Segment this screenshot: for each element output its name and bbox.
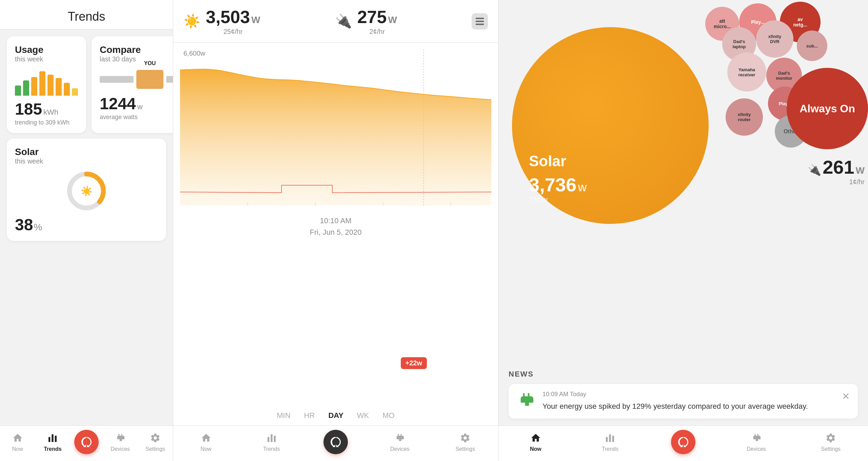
left-panel-title: Trends <box>0 0 173 30</box>
solar-bubble-label: Solar <box>529 153 566 170</box>
left-cards: Usage this week 185 kWh trending to 309 <box>0 30 173 461</box>
solar-watts-middle: 3,503 <box>206 7 250 27</box>
solar-bubble-rate: 27¢/hr <box>529 196 548 204</box>
solar-rate-middle: 25¢/hr <box>206 28 260 36</box>
readout-plug-emoji: 🔌 <box>808 164 821 176</box>
compare-card[interactable]: Compare last 30 days YOU 1244 w average … <box>92 36 173 133</box>
bubble-xfinity-router[interactable]: xfinityrouter <box>726 98 763 136</box>
home-icon-middle <box>200 432 212 444</box>
time-range-hr[interactable]: HR <box>304 411 315 420</box>
solar-card[interactable]: Solar this week ☀️ 38 % <box>7 138 166 241</box>
svg-rect-13 <box>612 436 614 442</box>
readout-watts-unit: W <box>856 165 865 176</box>
chart-svg <box>180 50 491 212</box>
usage-card[interactable]: Usage this week 185 kWh trending to 309 <box>7 36 86 133</box>
nav-now-right[interactable]: Now <box>522 432 549 452</box>
gear-icon-right <box>825 432 837 444</box>
nav-devices-right[interactable]: Devices <box>743 432 770 452</box>
solar-percent: 38 <box>15 215 33 234</box>
plug-icon-middle <box>394 432 406 444</box>
home-icon-right <box>530 432 542 444</box>
svg-rect-9 <box>271 434 272 442</box>
right-panel: Solar 3,736 W 27¢/hr attmicro... Play...… <box>498 0 868 461</box>
time-range-mo[interactable]: MO <box>382 411 394 420</box>
readout-watts: 🔌 261 W <box>808 156 865 178</box>
usage-value: 185 <box>15 100 42 118</box>
svg-rect-6 <box>476 21 484 22</box>
bubble-sub[interactable]: sub... <box>797 31 827 61</box>
compare-bar-left <box>100 76 134 83</box>
bar-6 <box>56 78 62 96</box>
fab-right[interactable] <box>671 430 695 454</box>
fab-left[interactable] <box>74 430 99 454</box>
svg-rect-4 <box>55 436 57 442</box>
header-menu-icon[interactable] <box>472 13 488 30</box>
bar-2 <box>23 80 29 96</box>
news-content: 10:09 AM Today Your energy use spiked by… <box>542 391 835 412</box>
you-label: YOU <box>144 60 156 66</box>
usage-subtitle: this week <box>15 55 78 63</box>
solar-reading: ☀️ 3,503 W 25¢/hr <box>183 7 260 36</box>
time-range-day[interactable]: DAY <box>328 411 343 420</box>
chart-area: 6,600w +22w 10:10 AM Fri, Ju <box>173 43 498 406</box>
time-range-nav: MIN HR DAY WK MO <box>173 406 498 425</box>
compare-label: average watts <box>100 114 173 121</box>
svg-rect-7 <box>476 23 484 25</box>
solar-unit-middle: W <box>251 15 260 25</box>
nav-now-label-right: Now <box>530 446 541 452</box>
solar-emoji-middle: ☀️ <box>183 13 200 29</box>
nav-trends-left[interactable]: Trends <box>39 432 66 452</box>
nav-settings-right[interactable]: Settings <box>817 432 844 452</box>
nav-now-left[interactable]: Now <box>4 432 31 452</box>
donut-wrapper: ☀️ <box>66 171 107 211</box>
nav-settings-middle[interactable]: Settings <box>452 432 479 452</box>
usage-unit: kWh <box>43 108 58 117</box>
bar-7 <box>64 83 70 96</box>
nav-now-middle[interactable]: Now <box>193 432 220 452</box>
grid-watts-middle: 275 <box>357 7 387 27</box>
bubble-yamaha[interactable]: Yamahareceiver <box>727 53 766 92</box>
nav-settings-label-middle: Settings <box>455 446 475 452</box>
nav-settings-label-left: Settings <box>145 446 165 452</box>
news-time: 10:09 AM Today <box>542 391 835 398</box>
nav-settings-left[interactable]: Settings <box>142 432 169 452</box>
bar-chart-icon-right <box>604 432 616 444</box>
bar-chart-icon-middle <box>265 432 278 444</box>
solar-bubble-watts: 3,736 <box>529 174 576 196</box>
svg-rect-10 <box>274 436 275 442</box>
bar-8 <box>72 88 78 96</box>
nav-devices-middle[interactable]: Devices <box>386 432 413 452</box>
solar-power-main: 3,503 W <box>206 7 260 27</box>
nav-trends-middle[interactable]: Trends <box>258 432 285 452</box>
solar-percent-sign: % <box>34 222 42 233</box>
grid-rate-middle: 2¢/hr <box>357 28 397 36</box>
nav-trends-right[interactable]: Trends <box>596 432 624 452</box>
nav-devices-label-middle: Devices <box>390 446 410 452</box>
time-range-wk[interactable]: WK <box>357 411 369 420</box>
readout-watts-value: 261 <box>823 156 854 178</box>
always-on-bubble[interactable]: Always On <box>787 68 868 149</box>
news-card: 10:09 AM Today Your energy use spiked by… <box>509 384 858 419</box>
plug-icon-left <box>114 432 126 444</box>
nav-now-label-middle: Now <box>201 446 212 452</box>
bar-4 <box>39 71 45 96</box>
solar-subtitle: this week <box>15 157 158 165</box>
solar-bubble-unit: W <box>578 183 587 194</box>
bar-chart-icon-left <box>46 432 59 444</box>
nav-devices-left[interactable]: Devices <box>107 432 134 452</box>
compare-bar-container: YOU <box>100 70 173 89</box>
chart-y-label: 6,600w <box>183 50 205 57</box>
bar-5 <box>47 75 54 96</box>
nav-trends-label-middle: Trends <box>263 446 280 452</box>
left-bottom-nav: Now Trends Devices Settings <box>0 425 173 461</box>
time-range-min[interactable]: MIN <box>277 411 290 420</box>
nav-trends-label-right: Trends <box>602 446 618 452</box>
news-close-button[interactable]: ✕ <box>842 391 850 402</box>
solar-title: Solar <box>15 147 158 157</box>
grid-reading: 🔌 275 W 2¢/hr <box>335 7 397 36</box>
nav-devices-label-left: Devices <box>111 446 130 452</box>
fab-middle[interactable] <box>323 430 348 454</box>
compare-unit: w <box>137 102 143 111</box>
bubble-xfinity-dvr[interactable]: xfinityDVR <box>756 20 793 58</box>
solar-bubble[interactable]: Solar 3,736 W 27¢/hr <box>512 27 709 224</box>
